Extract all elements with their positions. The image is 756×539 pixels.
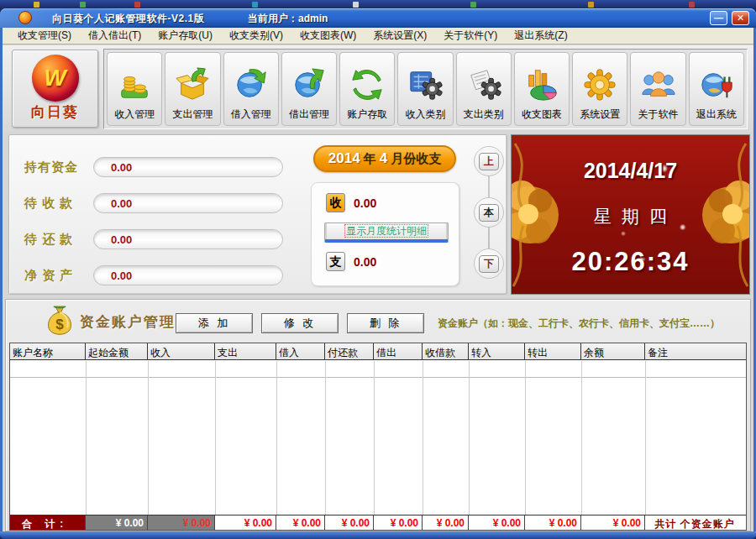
- toolbar-button-income-category[interactable]: 收入类别: [397, 52, 453, 126]
- toolbar-button-label: 收入类别: [405, 107, 445, 122]
- accounts-header: $ 资金账户管理 添 加 修 改 删 除 资金账户（如：现金、工行卡、农行卡、信…: [6, 305, 750, 340]
- expense-badge: 支: [326, 252, 345, 271]
- total-expense: ¥ 0.00: [215, 515, 276, 530]
- overview-panel: 持有资金 0.00 待 收 款 0.00 待 还 款 0.00 净 资 产 0.…: [8, 134, 507, 295]
- user-name: admin: [298, 13, 328, 24]
- row-divider: [10, 377, 746, 378]
- month-expense-value: 0.00: [354, 255, 376, 269]
- month-card: 收 0.00 显示月度统计明细 支 0.00: [311, 182, 459, 286]
- background-icon: [34, 2, 39, 8]
- minimize-button[interactable]: —: [710, 11, 727, 25]
- accounts-table-body[interactable]: [10, 361, 746, 515]
- add-account-button[interactable]: 添 加: [176, 313, 253, 333]
- toolbar-button-label: 支出管理: [172, 107, 213, 122]
- grid-line: [423, 361, 423, 515]
- next-month-button[interactable]: 下: [479, 255, 499, 273]
- toolbar-button-exit[interactable]: 退出系统: [689, 52, 744, 126]
- gear-icon: [582, 67, 617, 102]
- total-label: 合 计:: [10, 515, 86, 530]
- globe-arrow-out-icon: [291, 67, 327, 102]
- current-user-label: 当前用户：admin: [248, 12, 328, 26]
- toolbar-button-label: 关于软件: [638, 107, 679, 122]
- toolbar-buttons: 收入管理 支出管理 借入管理: [103, 49, 748, 129]
- show-monthly-detail-label: 显示月度统计明细: [345, 225, 428, 237]
- coins-icon: [117, 67, 152, 102]
- total-balance: ¥ 0.00: [581, 515, 645, 530]
- box-arrow-icon: [175, 67, 210, 102]
- menu-item-account-access[interactable]: 账户存取(U): [150, 27, 221, 44]
- toolbar-button-label: 收支图表: [522, 107, 562, 122]
- logo-ball-icon: W: [32, 55, 79, 102]
- toolbar-button-label: 借入管理: [231, 107, 271, 122]
- toolbar-button-label: 账户存取: [347, 107, 387, 122]
- total-collected: ¥ 0.00: [423, 515, 469, 530]
- show-monthly-detail-button[interactable]: 显示月度统计明细: [324, 222, 449, 243]
- toolbar-button-expense-management[interactable]: 支出管理: [165, 52, 220, 126]
- total-lent: ¥ 0.00: [374, 515, 423, 530]
- toolbar-button-lend-management[interactable]: 借出管理: [281, 52, 337, 126]
- menu-item-about[interactable]: 关于软件(Y): [435, 27, 506, 44]
- accounts-title: 资金账户管理: [80, 312, 176, 332]
- svg-text:$: $: [55, 317, 64, 332]
- window-bottom-border: [0, 531, 756, 539]
- delete-account-button[interactable]: 删 除: [347, 313, 424, 333]
- net-assets-value: 0.00: [93, 265, 283, 285]
- current-month-button[interactable]: 本: [479, 204, 499, 222]
- summary-row-funds: 持有资金: [24, 157, 98, 177]
- menu-item-income-expense[interactable]: 收支管理(S): [9, 27, 80, 44]
- income-badge: 收: [326, 193, 345, 212]
- background-icon: [353, 2, 359, 8]
- toolbar-button-label: 退出系统: [696, 107, 737, 122]
- application-window: 向日葵个人记账管理软件-V2.1版 当前用户：admin — ✕ 收支管理(S)…: [0, 0, 756, 539]
- month-nav: 上 本 下: [470, 135, 508, 296]
- total-transfer-in: ¥ 0.00: [469, 515, 525, 530]
- window-title: 向日葵个人记账管理软件-V2.1版: [52, 12, 204, 26]
- receivable-value: 0.00: [93, 193, 283, 213]
- accounts-table: 账户名称 起始金额 收入 支出 借入 付还款 借出 收借款 转入 转出 余额 备…: [9, 343, 747, 531]
- total-repaid: ¥ 0.00: [325, 515, 374, 530]
- edit-account-button[interactable]: 修 改: [261, 313, 339, 333]
- grid-line: [86, 361, 87, 515]
- title-bar: 向日葵个人记账管理软件-V2.1版 当前用户：admin — ✕: [0, 8, 756, 28]
- grid-line: [374, 361, 375, 515]
- month-suffix: 月份收支: [391, 151, 441, 167]
- month-year: 2014: [328, 150, 360, 167]
- menu-item-categories[interactable]: 收支类别(V): [221, 27, 291, 44]
- prev-month-button[interactable]: 上: [479, 153, 499, 170]
- toolbar-button-borrow-management[interactable]: 借入管理: [223, 52, 279, 126]
- toolbar-button-about[interactable]: 关于软件: [630, 52, 685, 126]
- repayable-value: 0.00: [93, 229, 283, 249]
- toolbar-button-system-settings[interactable]: 系统设置: [572, 52, 627, 126]
- column-header-expense: 支出: [215, 343, 276, 359]
- toolbar-button-income-management[interactable]: 收入管理: [107, 52, 162, 126]
- column-header-balance: 余额: [581, 343, 645, 359]
- toolbar: W 向日葵 收入管理: [3, 45, 753, 132]
- month-income-value: 0.00: [354, 196, 376, 210]
- summary-row-repayable: 待 还 款: [24, 229, 98, 249]
- background-icon: [80, 2, 86, 8]
- close-button[interactable]: ✕: [732, 11, 749, 25]
- background-icon: [134, 2, 140, 8]
- grid-line: [645, 361, 646, 515]
- toolbar-button-label: 支出类别: [464, 107, 504, 122]
- total-initial-amount: ¥ 0.00: [86, 515, 148, 530]
- toolbar-button-charts[interactable]: 收支图表: [514, 52, 570, 126]
- menu-item-charts[interactable]: 收支图表(W): [291, 27, 365, 44]
- net-assets-label: 净 资 产: [24, 268, 98, 284]
- month-header: 2014 年 4 月份收支: [313, 145, 456, 172]
- blueprint-gear-icon: [407, 67, 443, 102]
- recycle-arrows-icon: [349, 67, 385, 102]
- grid-line: [148, 361, 149, 515]
- toolbar-button-label: 系统设置: [580, 107, 620, 122]
- globe-arrow-in-icon: [234, 67, 269, 102]
- menu-item-exit[interactable]: 退出系统(Z): [506, 27, 575, 44]
- menu-item-settings[interactable]: 系统设置(X): [365, 27, 435, 44]
- toolbar-button-expense-category[interactable]: 支出类别: [456, 52, 512, 126]
- background-icon: [470, 2, 476, 8]
- column-header-initial-amount: 起始金额: [86, 343, 148, 359]
- grid-line: [215, 361, 216, 515]
- gold-flower-right-icon: [680, 135, 750, 295]
- accounts-table-header: 账户名称 起始金额 收入 支出 借入 付还款 借出 收借款 转入 转出 余额 备…: [10, 343, 746, 360]
- menu-item-borrow-lend[interactable]: 借入借出(T): [80, 27, 150, 44]
- toolbar-button-account-access[interactable]: 账户存取: [339, 52, 395, 126]
